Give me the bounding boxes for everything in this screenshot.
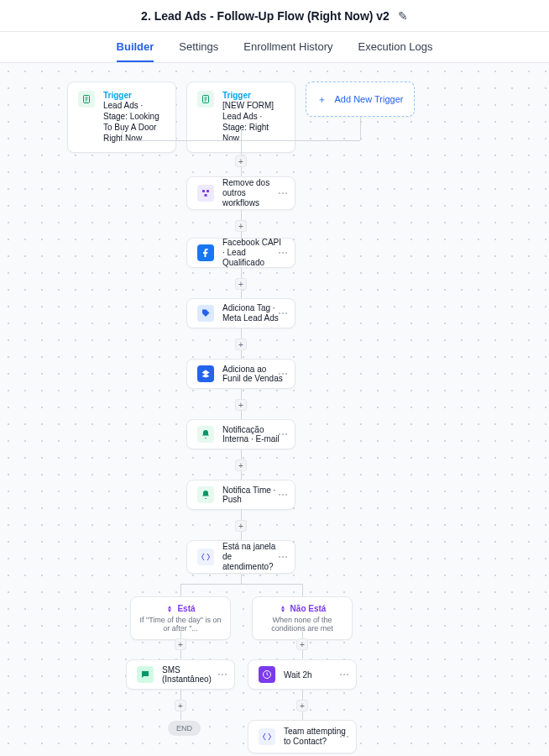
more-icon[interactable]: ⋯ bbox=[278, 187, 288, 199]
connector bbox=[302, 650, 303, 659]
connector bbox=[241, 574, 242, 584]
connector bbox=[180, 711, 181, 720]
tag-icon bbox=[197, 305, 214, 322]
connector bbox=[180, 584, 302, 585]
action-label: Wait 2h bbox=[284, 670, 312, 680]
more-icon[interactable]: ⋯ bbox=[278, 368, 288, 380]
more-icon[interactable]: ⋯ bbox=[339, 731, 349, 743]
bell-icon bbox=[197, 486, 214, 503]
branch-title: Está bbox=[139, 604, 222, 613]
bell-icon bbox=[197, 426, 214, 443]
connector bbox=[180, 584, 181, 596]
page-title: 2. Lead Ads - Follow-Up Flow (Right Now)… bbox=[141, 9, 390, 23]
add-step-button[interactable]: + bbox=[175, 700, 186, 711]
funnel-icon bbox=[197, 365, 214, 382]
add-step-button[interactable]: + bbox=[175, 638, 186, 650]
more-icon[interactable]: ⋯ bbox=[278, 247, 288, 259]
tab-execution-logs[interactable]: Execution Logs bbox=[358, 32, 433, 62]
form-icon bbox=[78, 91, 95, 108]
action-notify-team[interactable]: Notifica Time · Push ⋯ bbox=[186, 480, 295, 510]
action-label: Notifica Time · Push bbox=[222, 486, 285, 504]
action-label: Team attempting to Contact? bbox=[284, 727, 346, 747]
more-icon[interactable]: ⋯ bbox=[278, 551, 288, 563]
more-icon[interactable]: ⋯ bbox=[339, 669, 349, 680]
connector bbox=[241, 290, 242, 298]
connector bbox=[302, 690, 303, 700]
add-step-button[interactable]: + bbox=[235, 339, 247, 350]
branch-icon bbox=[259, 728, 275, 745]
branch-title: Não Está bbox=[261, 604, 343, 613]
svg-rect-4 bbox=[205, 194, 207, 197]
clock-icon bbox=[259, 666, 275, 683]
connector bbox=[241, 268, 242, 278]
svg-rect-3 bbox=[207, 190, 209, 192]
action-label: Notificação Interna · E-mail bbox=[222, 425, 285, 444]
connector bbox=[360, 117, 361, 140]
add-trigger-label: Add New Trigger bbox=[335, 94, 404, 104]
connector bbox=[180, 628, 181, 638]
workflow-icon bbox=[197, 185, 214, 202]
trigger-text: [NEW FORM] Lead Ads · Stage: Right Now bbox=[222, 100, 285, 144]
action-sms[interactable]: SMS (Instantâneo) ⋯ bbox=[126, 659, 235, 690]
connector bbox=[180, 650, 181, 659]
sms-icon bbox=[137, 666, 154, 683]
add-step-button[interactable]: + bbox=[296, 700, 308, 711]
connector bbox=[241, 411, 242, 419]
more-icon[interactable]: ⋯ bbox=[278, 307, 288, 319]
add-trigger-button[interactable]: ＋ Add New Trigger bbox=[306, 81, 415, 117]
action-facebook-capi[interactable]: Facebook CAPI · Lead Qualificado ⋯ bbox=[186, 238, 295, 268]
action-wait[interactable]: Wait 2h ⋯ bbox=[248, 659, 357, 690]
facebook-icon bbox=[197, 244, 214, 261]
trigger-text: Lead Ads · Stage: Looking To Buy A Door … bbox=[103, 100, 165, 144]
action-label: Remove dos outros workflows bbox=[222, 178, 285, 208]
connector bbox=[241, 167, 242, 176]
action-label: Está na janela de atendimento? bbox=[222, 542, 285, 572]
add-step-button[interactable]: + bbox=[235, 399, 247, 411]
connector bbox=[241, 471, 242, 480]
action-internal-notification[interactable]: Notificação Interna · E-mail ⋯ bbox=[186, 419, 295, 449]
more-icon[interactable]: ⋯ bbox=[278, 428, 288, 440]
trigger-label: Trigger bbox=[103, 91, 165, 100]
connector bbox=[241, 389, 242, 399]
svg-rect-2 bbox=[202, 190, 205, 192]
action-label: Facebook CAPI · Lead Qualificado bbox=[222, 238, 285, 268]
connector bbox=[180, 690, 181, 700]
action-remove-workflows[interactable]: Remove dos outros workflows ⋯ bbox=[186, 176, 295, 210]
condition-team-attempting[interactable]: Team attempting to Contact? ⋯ bbox=[248, 720, 357, 753]
flow-canvas[interactable]: Trigger Lead Ads · Stage: Looking To Buy… bbox=[0, 63, 549, 756]
connector bbox=[302, 628, 303, 638]
add-step-button[interactable]: + bbox=[235, 155, 247, 167]
tab-enrollment-history[interactable]: Enrollment History bbox=[243, 32, 332, 62]
branch-icon bbox=[197, 549, 214, 565]
action-add-funnel[interactable]: Adiciona ao Funil de Vendas ⋯ bbox=[186, 359, 295, 389]
connector bbox=[241, 210, 242, 220]
more-icon[interactable]: ⋯ bbox=[217, 669, 227, 680]
connector bbox=[302, 584, 303, 596]
connector bbox=[241, 232, 242, 238]
connector bbox=[241, 350, 242, 359]
trigger-label: Trigger bbox=[222, 91, 285, 100]
plus-icon: ＋ bbox=[317, 93, 327, 106]
form-icon bbox=[197, 91, 214, 108]
add-step-button[interactable]: + bbox=[235, 220, 247, 232]
tab-builder[interactable]: Builder bbox=[117, 32, 154, 62]
edit-title-icon[interactable]: ✎ bbox=[398, 9, 408, 23]
more-icon[interactable]: ⋯ bbox=[278, 489, 288, 501]
action-add-tag[interactable]: Adiciona Tag · Meta Lead Ads ⋯ bbox=[186, 298, 295, 328]
connector bbox=[241, 532, 242, 540]
trigger-card[interactable]: Trigger Lead Ads · Stage: Looking To Buy… bbox=[67, 81, 176, 153]
action-label: Adiciona Tag · Meta Lead Ads bbox=[222, 303, 285, 323]
connector bbox=[241, 510, 242, 520]
action-label: Adiciona ao Funil de Vendas bbox=[222, 365, 285, 383]
add-step-button[interactable]: + bbox=[235, 278, 247, 290]
add-step-button[interactable]: + bbox=[296, 638, 308, 650]
action-label: SMS (Instantâneo) bbox=[162, 665, 224, 684]
tab-settings[interactable]: Settings bbox=[179, 32, 218, 62]
condition-attendance-window[interactable]: Está na janela de atendimento? ⋯ bbox=[186, 540, 295, 574]
connector bbox=[241, 449, 242, 459]
connector bbox=[241, 328, 242, 339]
connector bbox=[302, 711, 303, 720]
connector bbox=[241, 140, 242, 155]
add-step-button[interactable]: + bbox=[235, 520, 247, 532]
add-step-button[interactable]: + bbox=[235, 459, 247, 471]
